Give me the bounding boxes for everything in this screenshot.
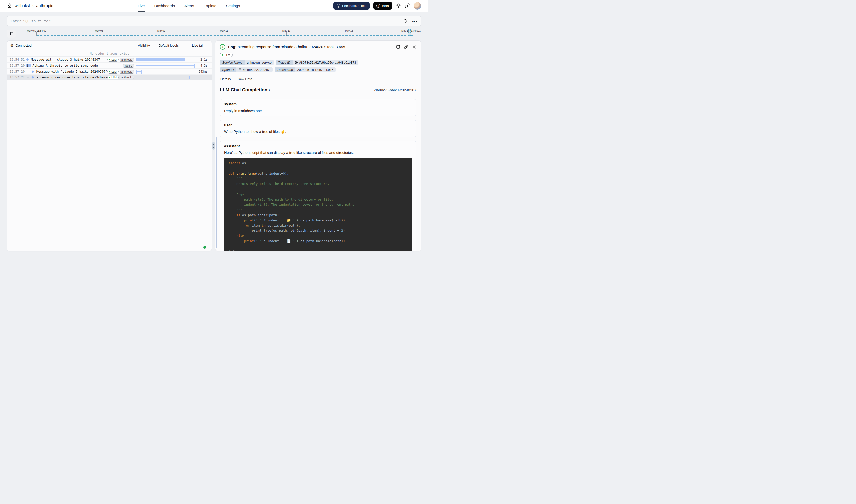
timeline-tick: May 16	[345, 30, 353, 36]
tab-settings[interactable]: Settings	[226, 0, 240, 12]
breadcrumb-project[interactable]: anthropic	[36, 3, 53, 8]
visibility-dropdown[interactable]: Visibility ⌄	[138, 43, 154, 47]
trace-time: 13:54:51	[10, 58, 25, 61]
span-id-tag[interactable]: Span ID #24fe5822720f297f	[220, 67, 273, 72]
search-icon[interactable]	[403, 19, 408, 23]
trace-time: 13:57:24	[10, 75, 25, 79]
tree-connector	[25, 75, 30, 79]
timeline-tick: May 04, 13:54:00	[27, 30, 46, 36]
sql-filter-placeholder: Enter SQL to filter...	[11, 19, 403, 23]
top-bar: willbakst › anthropic Live Dashboards Al…	[0, 0, 428, 12]
feedback-help-button[interactable]: ? Feedback / Help	[333, 2, 369, 10]
timeline-tick: May 18, 13:54:01	[402, 30, 421, 36]
duration-bar	[136, 58, 185, 61]
trace-label: Asking Anthropic to write some code	[32, 64, 98, 67]
live-status-dot	[203, 246, 206, 249]
copy-link-icon[interactable]	[404, 44, 408, 49]
default-levels-dropdown[interactable]: Default levels ⌄	[158, 43, 182, 47]
llm-badge: LLM	[107, 58, 118, 61]
code-block: import os def print_tree(path, indent=0)…	[224, 158, 412, 251]
chevron-down-icon: ⌄	[180, 44, 182, 46]
trace-time: 13:57:20	[10, 70, 25, 73]
span-attribute-tags: Service Name unknown_service Trace ID #8…	[220, 60, 398, 72]
user-avatar[interactable]	[414, 2, 421, 10]
trace-row-selected[interactable]: 13:57:24 streaming response from 'claude…	[7, 74, 211, 80]
trace-id-tag[interactable]: Trace ID #8073c52a62ffb9ba05c4aa948d01b3…	[276, 60, 359, 65]
trace-duration: 543ms	[195, 70, 211, 73]
trace-row[interactable]: 13:57:20 2– Asking Anthropic to write so…	[7, 62, 211, 69]
green-dot-icon	[109, 59, 110, 60]
duration-bar	[189, 76, 190, 79]
span-diamond-icon	[32, 70, 34, 73]
message-card-system: system Reply in markdown one.	[220, 99, 416, 116]
llm-badge: LLM	[107, 70, 118, 73]
no-older-traces-message: No older traces exist	[7, 51, 211, 57]
message-text: Reply in markdown one.	[224, 109, 412, 113]
tree-connector	[25, 70, 30, 73]
span-diamond-icon	[26, 58, 29, 61]
panel-resize-handle[interactable]	[211, 142, 215, 149]
timeline-tick: May 13	[282, 30, 291, 36]
anthropic-badge: anthropic	[120, 75, 134, 79]
duration-bar	[136, 71, 142, 72]
anthropic-badge: anthropic	[120, 70, 134, 73]
duration-bar-track	[136, 57, 195, 62]
tab-alerts[interactable]: Alerts	[184, 0, 194, 12]
tab-live[interactable]: Live	[138, 0, 145, 12]
tab-raw-data[interactable]: Raw Data	[237, 76, 252, 84]
trace-label: Message with 'claude-3-haiku-20240307'	[31, 58, 102, 61]
timestamp-tag: Timestamp 2024-05-18 13:57:24.915	[275, 67, 336, 72]
message-role: user	[224, 123, 412, 127]
share-link-icon[interactable]	[405, 3, 410, 8]
collapse-children-badge[interactable]: 2–	[25, 64, 31, 67]
tab-details[interactable]: Details	[220, 76, 231, 84]
message-role: system	[224, 102, 412, 106]
link-icon	[238, 68, 242, 71]
timeline-selection-marker[interactable]	[408, 29, 411, 36]
panel-divider	[212, 40, 215, 251]
duration-bar-track	[136, 74, 195, 80]
sidebar-toggle-button[interactable]	[7, 30, 16, 38]
duration-bar-track	[136, 62, 195, 68]
chevron-down-icon: ⌄	[205, 44, 207, 46]
more-options-icon[interactable]: •••	[412, 19, 417, 23]
timeline-row: May 04, 13:54:00 May 06 May 09 May 11 Ma…	[0, 29, 428, 39]
live-tail-dropdown[interactable]: Live tail ⌄	[187, 41, 211, 50]
detail-scrollbar[interactable]	[216, 137, 217, 248]
message-text: Here's a Python script that can display …	[224, 151, 412, 155]
trace-duration: 4.3s	[195, 64, 211, 67]
tab-explore[interactable]: Explore	[204, 0, 217, 12]
span-diamond-icon	[32, 76, 34, 79]
message-card-assistant: assistant Here's a Python script that ca…	[220, 141, 416, 251]
info-circle-icon: i	[377, 4, 380, 8]
trace-label: Message with 'claude-3-haiku-20240307'	[36, 70, 106, 73]
message-role: assistant	[224, 144, 412, 148]
breadcrumb-org[interactable]: willbakst	[15, 3, 30, 8]
close-icon[interactable]	[412, 45, 416, 49]
message-text: Write Python to show a tree of files ☝️.	[224, 130, 412, 134]
trace-row[interactable]: 13:57:20 Message with 'claude-3-haiku-20…	[7, 69, 211, 74]
anthropic-badge: anthropic	[120, 58, 134, 61]
section-title: LLM Chat Completions	[220, 87, 270, 93]
llm-badge: LLM	[107, 75, 118, 79]
gear-icon[interactable]: ⚙	[10, 43, 13, 47]
open-in-panel-icon[interactable]	[396, 44, 400, 49]
green-dot-icon	[109, 71, 110, 72]
section-divider	[220, 95, 416, 95]
theme-toggle-icon[interactable]	[396, 3, 401, 8]
sql-filter-input[interactable]: Enter SQL to filter... •••	[7, 16, 421, 26]
logfire-logo-icon	[7, 3, 12, 9]
main-nav: Live Dashboards Alerts Explore Settings	[138, 0, 240, 12]
green-dot-icon	[222, 54, 223, 56]
beta-button[interactable]: i Beta	[373, 2, 392, 10]
timeline-tick: May 09	[157, 30, 165, 36]
timeline[interactable]: May 04, 13:54:00 May 06 May 09 May 11 Ma…	[23, 29, 421, 39]
model-name: claude-3-haiku-20240307	[374, 88, 416, 92]
message-card-user: user Write Python to show a tree of file…	[220, 120, 416, 137]
breadcrumb[interactable]: willbakst › anthropic	[7, 3, 53, 9]
trace-row[interactable]: 13:54:51 Message with 'claude-3-haiku-20…	[7, 57, 211, 62]
tab-dashboards[interactable]: Dashboards	[154, 0, 175, 12]
drag-dots-icon	[213, 146, 213, 146]
trace-duration: 2.1s	[195, 58, 211, 61]
green-dot-icon	[109, 77, 110, 78]
